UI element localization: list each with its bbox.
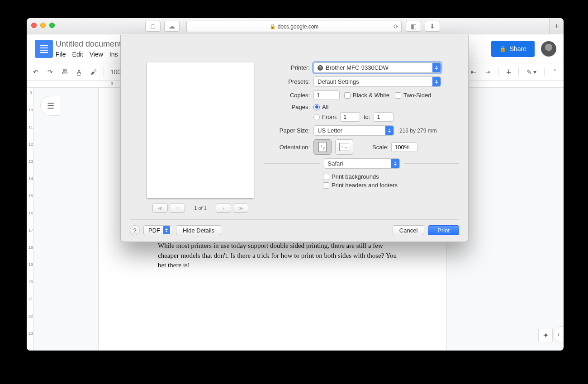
app-section-select[interactable]: Safari <box>324 158 400 169</box>
browser-titlebar: ☖ ☁︎ 🔒 docs.google.com ⟳ ◧ ⬇︎ + <box>27 18 564 34</box>
papersize-label: Paper Size: <box>264 127 313 134</box>
explore-button[interactable]: ✦ <box>538 328 553 342</box>
docs-menu-bar: File Edit View Ins <box>56 51 121 58</box>
prev-page-button[interactable]: ‹ <box>170 204 185 213</box>
chevron-updown-icon <box>391 159 399 168</box>
zoom-window-button[interactable] <box>49 23 55 28</box>
chevron-updown-icon <box>432 63 441 72</box>
document-title[interactable]: Untitled document <box>56 39 121 49</box>
lock-icon: 🔒 <box>270 24 276 29</box>
share-button[interactable]: 🔒 Share <box>491 41 535 57</box>
scale-input[interactable] <box>391 142 417 152</box>
safari-window: ☖ ☁︎ 🔒 docs.google.com ⟳ ◧ ⬇︎ + Untitled… <box>27 18 564 351</box>
orientation-landscape-button[interactable]: ↑𓀟 <box>335 139 353 155</box>
indent-decrease-button[interactable]: ⇤ <box>467 66 480 78</box>
printer-label: Printer: <box>264 64 313 71</box>
orientation-label: Orientation: <box>264 144 313 151</box>
orientation-portrait-button[interactable]: ↑𓀟 <box>313 139 332 155</box>
print-headers-label: Print headers and footers <box>332 182 398 189</box>
docs-logo-icon[interactable] <box>35 40 53 58</box>
share-label: Share <box>510 45 526 52</box>
pages-to-label: to: <box>364 114 370 120</box>
print-headers-checkbox[interactable] <box>323 182 329 189</box>
titlebar-button-1[interactable]: ☖ <box>145 21 161 32</box>
paint-format-button[interactable]: 🖌 <box>87 66 100 78</box>
twosided-label: Two-Sided <box>403 92 431 99</box>
outline-toggle-button[interactable]: ☰ <box>40 96 60 116</box>
pages-from-input[interactable] <box>340 112 360 122</box>
twosided-checkbox[interactable] <box>395 92 401 99</box>
spellcheck-button[interactable]: A̲ <box>73 66 85 78</box>
collapse-toolbar-button[interactable]: ˄ <box>548 66 561 78</box>
presets-label: Presets: <box>264 78 313 85</box>
print-backgrounds-checkbox[interactable] <box>323 174 329 180</box>
printer-status-icon: ⟳ <box>318 65 323 71</box>
lock-icon: 🔒 <box>499 46 506 52</box>
first-page-button[interactable]: ≪ <box>152 204 168 213</box>
next-page-button[interactable]: › <box>216 204 231 213</box>
menu-file[interactable]: File <box>56 51 66 58</box>
url-text: docs.google.com <box>278 24 319 30</box>
dialog-footer: ? PDF Hide Details Cancel Print <box>130 225 459 235</box>
hide-details-button[interactable]: Hide Details <box>176 225 221 235</box>
page-indicator: 1 of 1 <box>194 205 207 211</box>
copies-label: Copies: <box>264 92 313 99</box>
pdf-menu[interactable]: PDF <box>143 225 172 235</box>
scale-label: Scale: <box>372 144 389 151</box>
side-panel-toggle[interactable]: ‹ <box>553 326 564 342</box>
print-options: Printer: ⟳ Brother MFC-9330CDW Presets: … <box>264 62 459 192</box>
account-avatar[interactable] <box>541 41 556 57</box>
minimize-window-button[interactable] <box>40 23 46 28</box>
undo-button[interactable]: ↶ <box>29 66 42 78</box>
last-page-button[interactable]: ≫ <box>233 204 248 213</box>
menu-view[interactable]: View <box>90 51 103 58</box>
reader-button[interactable]: ◧ <box>406 21 421 32</box>
pages-to-input[interactable] <box>374 112 394 122</box>
preview-pager: ≪ ‹ 1 of 1 › ≫ <box>147 203 254 213</box>
menu-insert[interactable]: Ins <box>109 51 118 58</box>
window-controls <box>31 23 55 28</box>
bw-checkbox[interactable] <box>344 92 351 99</box>
chevron-updown-icon <box>385 126 394 135</box>
papersize-select[interactable]: US Letter <box>313 125 394 136</box>
bw-label: Black & White <box>353 92 389 99</box>
help-button[interactable]: ? <box>130 225 140 235</box>
pages-label: Pages: <box>264 104 313 110</box>
pages-all-label: All <box>322 104 328 110</box>
chevron-updown-icon <box>432 77 441 86</box>
print-button[interactable]: 🖶 <box>58 66 71 78</box>
presets-select[interactable]: Default Settings <box>313 76 441 87</box>
icloud-tabs-button[interactable]: ☁︎ <box>164 21 180 32</box>
vertical-ruler: 9 10 11 12 13 14 15 16 17 18 19 20 21 22… <box>27 88 34 351</box>
url-field[interactable]: 🔒 docs.google.com ⟳ <box>186 21 402 32</box>
print-preview <box>147 62 254 198</box>
print-dialog: ≪ ‹ 1 of 1 › ≫ Printer: ⟳ Brother MFC-93… <box>120 35 469 242</box>
chevron-updown-icon <box>163 226 170 234</box>
pages-all-radio[interactable] <box>313 104 320 110</box>
printer-select[interactable]: ⟳ Brother MFC-9330CDW <box>313 62 441 73</box>
paper-dims: 216 by 279 mm <box>399 128 437 134</box>
menu-edit[interactable]: Edit <box>72 51 83 58</box>
new-tab-button[interactable]: + <box>549 18 564 34</box>
print-backgrounds-label: Print backgrounds <box>332 173 379 180</box>
clear-format-button[interactable]: T̶ <box>502 66 515 78</box>
reload-icon[interactable]: ⟳ <box>394 23 398 30</box>
pages-from-label: From: <box>322 114 337 120</box>
close-window-button[interactable] <box>31 23 37 28</box>
pages-range-radio[interactable] <box>313 114 320 120</box>
redo-button[interactable]: ↷ <box>44 66 57 78</box>
indent-increase-button[interactable]: ⇥ <box>482 66 494 78</box>
copies-input[interactable] <box>313 90 340 100</box>
cancel-button[interactable]: Cancel <box>393 225 424 235</box>
print-button[interactable]: Print <box>428 225 459 235</box>
editing-mode-button[interactable]: ✎ ▾ <box>522 66 541 78</box>
downloads-button[interactable]: ⬇︎ <box>425 21 440 32</box>
